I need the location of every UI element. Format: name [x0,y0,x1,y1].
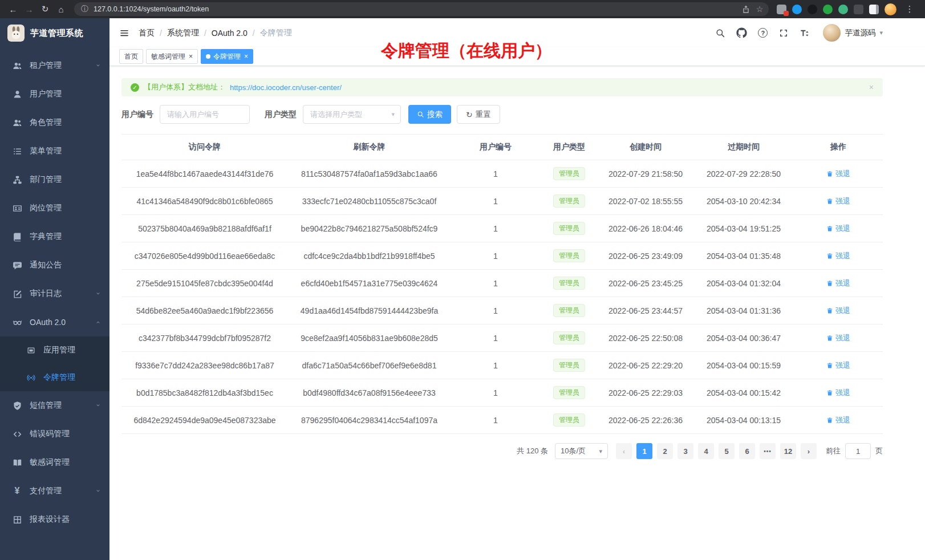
extension-icon-4[interactable] [823,5,833,14]
main-area: 首页 / 系统管理 / OAuth 2.0 / 令牌管理 ? 芋道源码 ▾ [109,18,925,560]
force-logout-label: 强退 [835,251,850,261]
force-logout-label: 强退 [835,388,850,398]
side-panel-icon[interactable] [869,5,879,14]
cell-user-type: 管理员 [541,188,598,215]
sidebar-item-dept[interactable]: 部门管理 [0,165,109,194]
force-logout-button[interactable]: 强退 [826,251,850,261]
book-icon [12,232,22,242]
oauth-submenu: 应用管理 令牌管理 [0,336,109,391]
home-icon[interactable]: ⌂ [54,2,68,17]
browser-profile-avatar[interactable] [885,3,896,15]
force-logout-button[interactable]: 强退 [826,224,850,234]
goto-page-input[interactable] [845,443,871,459]
sidebar-item-oauth-app[interactable]: 应用管理 [0,336,109,364]
sidebar-item-role[interactable]: 角色管理 [0,108,109,137]
extension-icon-1[interactable] [777,5,786,14]
site-info-icon[interactable]: ⓘ [81,4,88,14]
back-icon[interactable]: ← [6,2,21,17]
tab-sensitive-word[interactable]: 敏感词管理 × [146,49,198,64]
force-logout-button[interactable]: 强退 [826,360,850,371]
goto-label: 前往 [826,446,841,456]
user-id-input[interactable] [160,105,250,124]
force-logout-button[interactable]: 强退 [826,169,850,179]
breadcrumb-oauth[interactable]: OAuth 2.0 [212,29,248,38]
page-button-5[interactable]: 5 [719,443,735,459]
github-icon[interactable] [736,27,747,38]
extension-icon-6[interactable] [854,5,863,14]
alert-close-icon[interactable]: × [869,83,874,92]
cell-actions: 强退 [794,407,883,434]
page-button-3[interactable]: 3 [677,443,693,459]
sidebar-item-tenant[interactable]: 租户管理 [0,51,109,80]
bookmark-star-icon[interactable]: ☆ [753,2,766,16]
cell-access-token: 275e5de9151045fe87cbdc395e004f4d [121,270,288,297]
close-icon[interactable]: × [244,53,248,60]
fullscreen-icon[interactable] [778,28,789,38]
reset-button[interactable]: ↻ 重置 [457,105,500,124]
sidebar-item-oauth[interactable]: OAuth 2.0 [0,308,109,336]
sidebar-item-oauth-token[interactable]: 令牌管理 [0,364,109,391]
prev-page-button[interactable]: ‹ [616,443,632,459]
next-page-button[interactable]: › [801,443,817,459]
url-bar[interactable]: ⓘ 127.0.0.1:1024/system/oauth2/token ☆ [74,2,769,16]
breadcrumb-home[interactable]: 首页 [139,28,155,38]
sidebar-toggle-icon[interactable] [119,28,129,38]
page-button-2[interactable]: 2 [657,443,673,459]
forward-icon[interactable]: → [22,2,36,17]
sidebar-item-menu[interactable]: 菜单管理 [0,137,109,165]
page-button-6[interactable]: 6 [739,443,755,459]
sidebar-item-dict[interactable]: 字典管理 [0,222,109,251]
cell-create-time: 2022-07-02 18:55:55 [598,188,693,215]
user-type-badge: 管理员 [553,277,585,290]
tab-home[interactable]: 首页 [119,49,143,64]
share-icon[interactable] [739,2,753,16]
edit-log-icon [12,289,22,299]
close-icon[interactable]: × [189,53,193,60]
sidebar-item-error-code[interactable]: 错误码管理 [0,420,109,448]
force-logout-button[interactable]: 强退 [826,333,850,343]
table-row: 41c41346a548490f9dc8b01c6bfe0865 333ecfc… [121,188,883,215]
page-button-4[interactable]: 4 [698,443,714,459]
cell-actions: 强退 [794,242,883,270]
sidebar-item-audit-log[interactable]: 审计日志 [0,279,109,308]
breadcrumb-system[interactable]: 系统管理 [167,28,199,38]
cell-refresh-token: e6cfd40eb1f54571a31e775e039c4624 [288,270,451,297]
font-size-icon[interactable] [800,28,810,38]
chevron-down-icon [95,488,101,494]
cell-actions: 强退 [794,324,883,352]
force-logout-button[interactable]: 强退 [826,388,850,398]
reload-icon[interactable]: ↻ [38,2,52,17]
cell-user-type: 管理员 [541,352,598,379]
sidebar-item-sms[interactable]: 短信管理 [0,391,109,420]
sidebar-item-post[interactable]: 岗位管理 [0,194,109,222]
sidebar-item-user[interactable]: 用户管理 [0,80,109,108]
browser-menu-icon[interactable]: ⋮ [902,2,917,17]
force-logout-button[interactable]: 强退 [826,306,850,316]
force-logout-button[interactable]: 强退 [826,196,850,206]
force-logout-button[interactable]: 强退 [826,278,850,289]
page-button-1[interactable]: 1 [636,443,652,459]
sidebar-item-payment[interactable]: ¥ 支付管理 [0,477,109,505]
help-icon[interactable]: ? [758,28,768,38]
extension-icon-3[interactable] [808,5,817,14]
page-button-12[interactable]: 12 [780,443,796,459]
user-type-select[interactable]: 请选择用户类型 ▾ [303,105,401,124]
page-size-select[interactable]: 10条/页 ▾ [555,443,608,459]
search-button[interactable]: 搜索 [408,105,451,124]
breadcrumb-separator: / [253,29,255,38]
sidebar-item-report-designer[interactable]: 报表设计器 [0,505,109,534]
cell-create-time: 2022-07-29 21:58:50 [598,160,693,188]
doc-link[interactable]: https://doc.iocoder.cn/user-center/ [230,83,342,92]
tab-token-mgmt[interactable]: 令牌管理 × [201,49,253,64]
user-menu[interactable]: 芋道源码 ▾ [823,24,883,42]
extension-badge [784,11,789,16]
more-pages-button[interactable]: ••• [760,443,776,459]
user-type-badge: 管理员 [553,249,585,263]
force-logout-button[interactable]: 强退 [826,415,850,425]
extension-icon-5[interactable] [838,5,848,14]
table-body: 1ea5e44f8bc1467aaede43144f31de76 811c530… [121,160,883,434]
sidebar-item-sensitive-word[interactable]: 敏感词管理 [0,448,109,477]
search-icon[interactable] [715,28,725,38]
sidebar-item-notice[interactable]: 通知公告 [0,251,109,279]
extension-icon-2[interactable] [792,5,802,14]
